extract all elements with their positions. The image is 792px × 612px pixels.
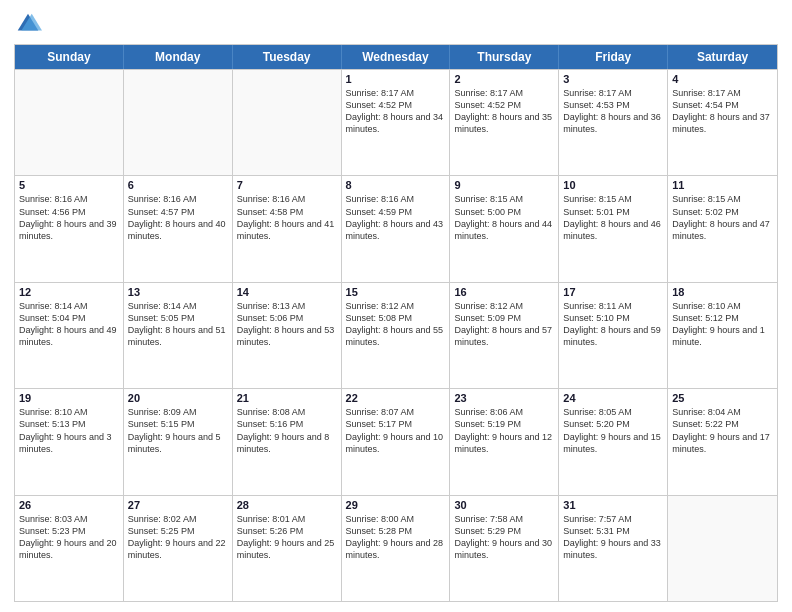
calendar-cell: 10Sunrise: 8:15 AM Sunset: 5:01 PM Dayli… bbox=[559, 176, 668, 281]
weekday-header: Monday bbox=[124, 45, 233, 69]
cell-day-number: 27 bbox=[128, 499, 228, 511]
cell-day-number: 15 bbox=[346, 286, 446, 298]
cell-info: Sunrise: 8:15 AM Sunset: 5:00 PM Dayligh… bbox=[454, 193, 554, 242]
calendar-cell: 18Sunrise: 8:10 AM Sunset: 5:12 PM Dayli… bbox=[668, 283, 777, 388]
calendar-cell: 23Sunrise: 8:06 AM Sunset: 5:19 PM Dayli… bbox=[450, 389, 559, 494]
calendar-body: 1Sunrise: 8:17 AM Sunset: 4:52 PM Daylig… bbox=[15, 69, 777, 601]
cell-day-number: 12 bbox=[19, 286, 119, 298]
cell-info: Sunrise: 8:02 AM Sunset: 5:25 PM Dayligh… bbox=[128, 513, 228, 562]
cell-day-number: 1 bbox=[346, 73, 446, 85]
calendar-cell: 14Sunrise: 8:13 AM Sunset: 5:06 PM Dayli… bbox=[233, 283, 342, 388]
calendar: SundayMondayTuesdayWednesdayThursdayFrid… bbox=[14, 44, 778, 602]
cell-info: Sunrise: 8:11 AM Sunset: 5:10 PM Dayligh… bbox=[563, 300, 663, 349]
cell-day-number: 29 bbox=[346, 499, 446, 511]
cell-info: Sunrise: 8:17 AM Sunset: 4:52 PM Dayligh… bbox=[346, 87, 446, 136]
calendar-row: 1Sunrise: 8:17 AM Sunset: 4:52 PM Daylig… bbox=[15, 69, 777, 175]
cell-day-number: 13 bbox=[128, 286, 228, 298]
cell-day-number: 11 bbox=[672, 179, 773, 191]
cell-info: Sunrise: 8:16 AM Sunset: 4:57 PM Dayligh… bbox=[128, 193, 228, 242]
cell-day-number: 26 bbox=[19, 499, 119, 511]
cell-info: Sunrise: 8:03 AM Sunset: 5:23 PM Dayligh… bbox=[19, 513, 119, 562]
calendar-cell: 28Sunrise: 8:01 AM Sunset: 5:26 PM Dayli… bbox=[233, 496, 342, 601]
cell-day-number: 22 bbox=[346, 392, 446, 404]
cell-info: Sunrise: 8:07 AM Sunset: 5:17 PM Dayligh… bbox=[346, 406, 446, 455]
calendar-cell: 15Sunrise: 8:12 AM Sunset: 5:08 PM Dayli… bbox=[342, 283, 451, 388]
calendar-cell: 26Sunrise: 8:03 AM Sunset: 5:23 PM Dayli… bbox=[15, 496, 124, 601]
calendar-row: 19Sunrise: 8:10 AM Sunset: 5:13 PM Dayli… bbox=[15, 388, 777, 494]
calendar-cell: 27Sunrise: 8:02 AM Sunset: 5:25 PM Dayli… bbox=[124, 496, 233, 601]
cell-day-number: 17 bbox=[563, 286, 663, 298]
cell-day-number: 6 bbox=[128, 179, 228, 191]
calendar-cell: 3Sunrise: 8:17 AM Sunset: 4:53 PM Daylig… bbox=[559, 70, 668, 175]
calendar-cell: 25Sunrise: 8:04 AM Sunset: 5:22 PM Dayli… bbox=[668, 389, 777, 494]
calendar-cell: 1Sunrise: 8:17 AM Sunset: 4:52 PM Daylig… bbox=[342, 70, 451, 175]
calendar-cell bbox=[233, 70, 342, 175]
cell-info: Sunrise: 8:14 AM Sunset: 5:05 PM Dayligh… bbox=[128, 300, 228, 349]
cell-day-number: 3 bbox=[563, 73, 663, 85]
cell-info: Sunrise: 8:04 AM Sunset: 5:22 PM Dayligh… bbox=[672, 406, 773, 455]
calendar-cell: 31Sunrise: 7:57 AM Sunset: 5:31 PM Dayli… bbox=[559, 496, 668, 601]
calendar-cell: 20Sunrise: 8:09 AM Sunset: 5:15 PM Dayli… bbox=[124, 389, 233, 494]
cell-day-number: 19 bbox=[19, 392, 119, 404]
calendar-cell: 11Sunrise: 8:15 AM Sunset: 5:02 PM Dayli… bbox=[668, 176, 777, 281]
cell-info: Sunrise: 8:05 AM Sunset: 5:20 PM Dayligh… bbox=[563, 406, 663, 455]
cell-day-number: 4 bbox=[672, 73, 773, 85]
cell-info: Sunrise: 7:58 AM Sunset: 5:29 PM Dayligh… bbox=[454, 513, 554, 562]
header bbox=[14, 10, 778, 38]
weekday-header: Saturday bbox=[668, 45, 777, 69]
weekday-header: Tuesday bbox=[233, 45, 342, 69]
calendar-row: 5Sunrise: 8:16 AM Sunset: 4:56 PM Daylig… bbox=[15, 175, 777, 281]
cell-info: Sunrise: 8:06 AM Sunset: 5:19 PM Dayligh… bbox=[454, 406, 554, 455]
calendar-cell: 5Sunrise: 8:16 AM Sunset: 4:56 PM Daylig… bbox=[15, 176, 124, 281]
cell-info: Sunrise: 8:15 AM Sunset: 5:01 PM Dayligh… bbox=[563, 193, 663, 242]
calendar-cell: 7Sunrise: 8:16 AM Sunset: 4:58 PM Daylig… bbox=[233, 176, 342, 281]
cell-info: Sunrise: 7:57 AM Sunset: 5:31 PM Dayligh… bbox=[563, 513, 663, 562]
cell-info: Sunrise: 8:16 AM Sunset: 4:59 PM Dayligh… bbox=[346, 193, 446, 242]
cell-info: Sunrise: 8:10 AM Sunset: 5:13 PM Dayligh… bbox=[19, 406, 119, 455]
cell-info: Sunrise: 8:14 AM Sunset: 5:04 PM Dayligh… bbox=[19, 300, 119, 349]
cell-day-number: 18 bbox=[672, 286, 773, 298]
cell-day-number: 10 bbox=[563, 179, 663, 191]
cell-info: Sunrise: 8:17 AM Sunset: 4:53 PM Dayligh… bbox=[563, 87, 663, 136]
cell-info: Sunrise: 8:00 AM Sunset: 5:28 PM Dayligh… bbox=[346, 513, 446, 562]
calendar-cell: 12Sunrise: 8:14 AM Sunset: 5:04 PM Dayli… bbox=[15, 283, 124, 388]
cell-day-number: 2 bbox=[454, 73, 554, 85]
calendar-cell bbox=[668, 496, 777, 601]
calendar-cell: 8Sunrise: 8:16 AM Sunset: 4:59 PM Daylig… bbox=[342, 176, 451, 281]
cell-info: Sunrise: 8:08 AM Sunset: 5:16 PM Dayligh… bbox=[237, 406, 337, 455]
page: SundayMondayTuesdayWednesdayThursdayFrid… bbox=[0, 0, 792, 612]
calendar-header: SundayMondayTuesdayWednesdayThursdayFrid… bbox=[15, 45, 777, 69]
weekday-header: Wednesday bbox=[342, 45, 451, 69]
weekday-header: Thursday bbox=[450, 45, 559, 69]
calendar-cell: 6Sunrise: 8:16 AM Sunset: 4:57 PM Daylig… bbox=[124, 176, 233, 281]
cell-info: Sunrise: 8:17 AM Sunset: 4:54 PM Dayligh… bbox=[672, 87, 773, 136]
cell-day-number: 28 bbox=[237, 499, 337, 511]
calendar-cell: 29Sunrise: 8:00 AM Sunset: 5:28 PM Dayli… bbox=[342, 496, 451, 601]
cell-info: Sunrise: 8:16 AM Sunset: 4:58 PM Dayligh… bbox=[237, 193, 337, 242]
weekday-header: Sunday bbox=[15, 45, 124, 69]
calendar-cell: 9Sunrise: 8:15 AM Sunset: 5:00 PM Daylig… bbox=[450, 176, 559, 281]
calendar-cell: 2Sunrise: 8:17 AM Sunset: 4:52 PM Daylig… bbox=[450, 70, 559, 175]
cell-day-number: 20 bbox=[128, 392, 228, 404]
calendar-cell bbox=[124, 70, 233, 175]
calendar-cell: 17Sunrise: 8:11 AM Sunset: 5:10 PM Dayli… bbox=[559, 283, 668, 388]
calendar-cell: 16Sunrise: 8:12 AM Sunset: 5:09 PM Dayli… bbox=[450, 283, 559, 388]
cell-day-number: 30 bbox=[454, 499, 554, 511]
cell-day-number: 14 bbox=[237, 286, 337, 298]
weekday-header: Friday bbox=[559, 45, 668, 69]
calendar-cell: 4Sunrise: 8:17 AM Sunset: 4:54 PM Daylig… bbox=[668, 70, 777, 175]
cell-day-number: 25 bbox=[672, 392, 773, 404]
cell-day-number: 16 bbox=[454, 286, 554, 298]
logo-icon bbox=[14, 10, 42, 38]
calendar-cell: 21Sunrise: 8:08 AM Sunset: 5:16 PM Dayli… bbox=[233, 389, 342, 494]
cell-info: Sunrise: 8:09 AM Sunset: 5:15 PM Dayligh… bbox=[128, 406, 228, 455]
calendar-cell: 13Sunrise: 8:14 AM Sunset: 5:05 PM Dayli… bbox=[124, 283, 233, 388]
cell-day-number: 8 bbox=[346, 179, 446, 191]
cell-day-number: 23 bbox=[454, 392, 554, 404]
calendar-cell: 22Sunrise: 8:07 AM Sunset: 5:17 PM Dayli… bbox=[342, 389, 451, 494]
cell-day-number: 24 bbox=[563, 392, 663, 404]
cell-info: Sunrise: 8:16 AM Sunset: 4:56 PM Dayligh… bbox=[19, 193, 119, 242]
cell-info: Sunrise: 8:10 AM Sunset: 5:12 PM Dayligh… bbox=[672, 300, 773, 349]
cell-day-number: 5 bbox=[19, 179, 119, 191]
calendar-cell bbox=[15, 70, 124, 175]
